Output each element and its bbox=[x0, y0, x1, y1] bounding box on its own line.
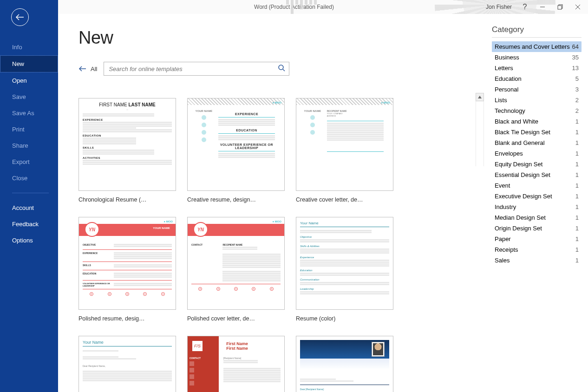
category-name: Black Tie Design Set bbox=[495, 129, 550, 136]
sidebar-item-account[interactable]: Account bbox=[0, 200, 58, 216]
sidebar-item-export[interactable]: Export bbox=[0, 154, 58, 170]
category-count: 2 bbox=[575, 97, 579, 104]
template-polished_res[interactable]: ● MOOYNYOUR NAMEOBJECTIVEEXPERIENCESKILL… bbox=[78, 217, 176, 322]
sidebar-divider bbox=[12, 193, 49, 193]
sidebar-item-info[interactable]: Info bbox=[0, 39, 58, 55]
scroll-bar[interactable] bbox=[476, 93, 485, 392]
back-to-all-link[interactable]: All bbox=[78, 65, 97, 72]
category-count: 1 bbox=[575, 257, 579, 264]
category-origin-design-set[interactable]: Origin Design Set1 bbox=[492, 223, 581, 234]
template-fs[interactable]: F/SFirst NameFirst NameCONTACT[Recipient… bbox=[187, 336, 285, 392]
category-black-tie-design-set[interactable]: Black Tie Design Set1 bbox=[492, 127, 581, 137]
category-name: Industry bbox=[495, 203, 516, 210]
template-thumbnail: F/SFirst NameFirst NameCONTACT[Recipient… bbox=[187, 336, 285, 392]
template-color_res[interactable]: Your NameObjectiveSkills & AbilitiesExpe… bbox=[296, 217, 393, 322]
svg-line-8 bbox=[283, 69, 285, 71]
category-name: Event bbox=[495, 182, 510, 189]
category-name: Envelopes bbox=[495, 150, 523, 157]
page-title: New bbox=[78, 28, 471, 48]
category-business[interactable]: Business35 bbox=[492, 52, 581, 63]
template-label: Polished cover letter, de… bbox=[187, 315, 285, 322]
template-chrono[interactable]: FIRST NAME LAST NAME—EXPERIENCEEDUCATION… bbox=[78, 98, 176, 203]
sidebar-item-print[interactable]: Print bbox=[0, 121, 58, 137]
template-creative_res[interactable]: ● MOOYOUR NAMEEXPERIENCEEDUCATIONVOLUNTE… bbox=[187, 98, 285, 203]
sidebar-item-share[interactable]: Share bbox=[0, 137, 58, 154]
svg-marker-9 bbox=[478, 96, 482, 98]
help-button[interactable]: ? bbox=[520, 2, 529, 12]
search-input[interactable] bbox=[109, 65, 278, 72]
search-box[interactable] bbox=[104, 62, 289, 76]
category-count: 1 bbox=[575, 182, 579, 189]
category-envelopes[interactable]: Envelopes1 bbox=[492, 148, 581, 159]
category-count: 1 bbox=[575, 171, 579, 178]
category-count: 1 bbox=[575, 246, 579, 253]
sidebar-item-options[interactable]: Options bbox=[0, 232, 58, 248]
template-creative_cov[interactable]: ● MOOYOUR NAMERECIPIENT NAMETITLE / COMP… bbox=[296, 98, 393, 203]
user-name[interactable]: Jon Fisher bbox=[486, 4, 512, 10]
all-label: All bbox=[91, 65, 97, 72]
category-count: 1 bbox=[575, 139, 579, 146]
category-paper[interactable]: Paper1 bbox=[492, 234, 581, 244]
template-label: Creative resume, design… bbox=[187, 196, 285, 203]
back-button[interactable] bbox=[11, 8, 29, 26]
category-technology[interactable]: Technology2 bbox=[492, 105, 581, 116]
template-thumbnail: FIRST NAME LAST NAME—EXPERIENCEEDUCATION… bbox=[78, 98, 176, 191]
category-black-and-white[interactable]: Black and White1 bbox=[492, 116, 581, 127]
category-count: 3 bbox=[575, 86, 579, 93]
template-simple[interactable]: Your NameDear Recipient Name, bbox=[78, 336, 176, 392]
category-name: Personal bbox=[495, 86, 518, 93]
category-heading: Category bbox=[492, 25, 581, 38]
restore-button[interactable] bbox=[555, 2, 565, 12]
search-icon[interactable] bbox=[278, 64, 285, 73]
minimize-button[interactable] bbox=[538, 2, 547, 12]
category-name: Executive Design Set bbox=[495, 193, 552, 200]
category-count: 1 bbox=[575, 118, 579, 125]
category-count: 1 bbox=[575, 129, 579, 136]
category-lists[interactable]: Lists2 bbox=[492, 95, 581, 105]
category-count: 1 bbox=[575, 225, 579, 232]
category-count: 13 bbox=[572, 65, 579, 72]
category-receipts[interactable]: Receipts1 bbox=[492, 244, 581, 255]
category-letters[interactable]: Letters13 bbox=[492, 63, 581, 73]
category-sales[interactable]: Sales1 bbox=[492, 255, 581, 266]
category-resumes-and-cover-letters[interactable]: Resumes and Cover Letters64 bbox=[492, 41, 581, 52]
sidebar-item-new[interactable]: New bbox=[0, 55, 58, 72]
sidebar-item-save[interactable]: Save bbox=[0, 89, 58, 105]
category-education[interactable]: Education5 bbox=[492, 73, 581, 84]
category-industry[interactable]: Industry1 bbox=[492, 202, 581, 212]
category-blank-and-general[interactable]: Blank and General1 bbox=[492, 137, 581, 148]
category-count: 1 bbox=[575, 161, 579, 168]
scroll-up-button[interactable] bbox=[476, 93, 484, 101]
category-count: 1 bbox=[575, 235, 579, 242]
category-name: Lists bbox=[495, 97, 507, 104]
sidebar-item-save-as[interactable]: Save As bbox=[0, 105, 58, 121]
backstage-sidebar: InfoNewOpenSaveSave AsPrintShareExportCl… bbox=[0, 0, 58, 392]
template-label: Chronological Resume (… bbox=[78, 196, 176, 203]
template-label: Resume (color) bbox=[296, 315, 393, 322]
category-essential-design-set[interactable]: Essential Design Set1 bbox=[492, 170, 581, 180]
category-personal[interactable]: Personal3 bbox=[492, 84, 581, 95]
category-event[interactable]: Event1 bbox=[492, 180, 581, 191]
sidebar-item-close[interactable]: Close bbox=[0, 170, 58, 186]
template-thumbnail: ● MOOYNCONTACTRECIPIENT NAME bbox=[187, 217, 285, 310]
sidebar-item-feedback[interactable]: Feedback bbox=[0, 216, 58, 232]
category-count: 1 bbox=[575, 193, 579, 200]
category-name: Education bbox=[495, 75, 522, 82]
category-equity-design-set[interactable]: Equity Design Set1 bbox=[492, 159, 581, 170]
sidebar-item-open[interactable]: Open bbox=[0, 72, 58, 89]
scroll-track[interactable] bbox=[476, 101, 484, 166]
template-polished_cov[interactable]: ● MOOYNCONTACTRECIPIENT NAMEPolished cov… bbox=[187, 217, 285, 322]
category-count: 5 bbox=[575, 75, 579, 82]
template-sky[interactable]: Dear [Recipient Name]: bbox=[296, 336, 393, 392]
category-name: Blank and General bbox=[495, 139, 545, 146]
close-button[interactable] bbox=[573, 2, 582, 12]
category-name: Equity Design Set bbox=[495, 161, 542, 168]
category-name: Sales bbox=[495, 257, 510, 264]
template-thumbnail: ● MOOYOUR NAMEEXPERIENCEEDUCATIONVOLUNTE… bbox=[187, 98, 285, 191]
category-count: 35 bbox=[572, 54, 579, 61]
category-median-design-set[interactable]: Median Design Set1 bbox=[492, 212, 581, 223]
category-count: 1 bbox=[575, 214, 579, 221]
category-executive-design-set[interactable]: Executive Design Set1 bbox=[492, 191, 581, 202]
category-name: Origin Design Set bbox=[495, 225, 542, 232]
svg-point-7 bbox=[279, 65, 283, 70]
